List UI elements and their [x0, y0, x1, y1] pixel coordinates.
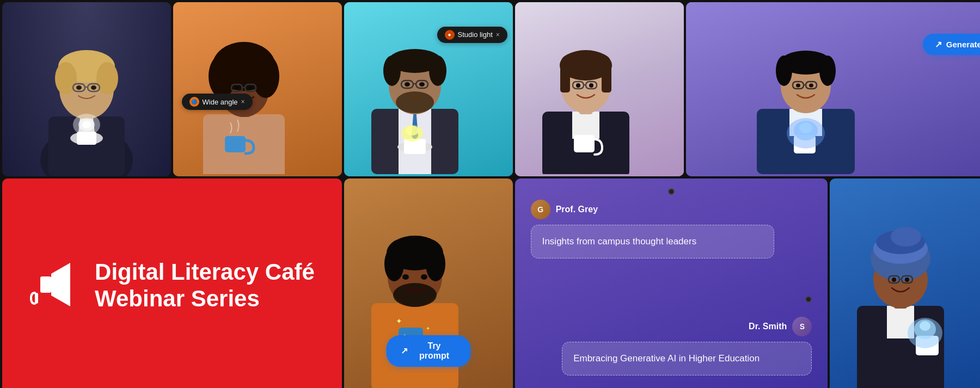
svg-point-68: [776, 56, 792, 86]
svg-point-37: [383, 56, 401, 86]
svg-point-111: [920, 321, 930, 331]
person-silhouette-last: [830, 189, 971, 388]
cell-person-5: ↗ Generate: [686, 2, 980, 176]
svg-point-89: [402, 274, 409, 280]
chat-bubble-2: Dr. Smith S Embracing Generative AI in H…: [562, 317, 812, 375]
megaphone-icon: [29, 260, 78, 311]
dr-smith-name: Dr. Smith: [749, 322, 787, 331]
svg-marker-80: [51, 263, 70, 306]
purple-chat-cell: G Prof. Grey Insights from campus though…: [515, 178, 828, 388]
try-prompt-button[interactable]: ↗ Try prompt: [387, 335, 471, 367]
chip-close[interactable]: ×: [241, 98, 245, 106]
red-webinar-cell: Digital Literacy Café Webinar Series: [2, 178, 342, 388]
prof-grey-message-bubble: Insights from campus thought leaders: [531, 225, 775, 258]
svg-point-28: [235, 85, 239, 90]
person-silhouette-1: [16, 19, 157, 176]
try-prompt-label: Try prompt: [412, 341, 457, 361]
wide-angle-chip[interactable]: 🔵 Wide angle ×: [182, 94, 253, 110]
chip-label: Studio light: [458, 30, 493, 39]
light-icon: ●: [445, 30, 455, 40]
prof-grey-message: Insights from campus thought leaders: [542, 236, 696, 247]
svg-point-74: [809, 84, 813, 88]
svg-point-102: [891, 227, 921, 247]
cell-person-3: ● Studio light ×: [344, 2, 513, 176]
webinar-title-line1: Digital Literacy Café: [95, 259, 315, 285]
svg-point-78: [799, 122, 812, 133]
svg-rect-50: [572, 112, 599, 139]
chip-close[interactable]: ×: [496, 31, 500, 39]
svg-point-60: [576, 83, 580, 88]
svg-point-39: [396, 91, 434, 113]
svg-point-61: [589, 83, 593, 88]
svg-rect-62: [574, 135, 595, 152]
cell-person-last: [830, 178, 980, 388]
person-silhouette-4: [515, 16, 657, 174]
dr-smith-message-bubble: Embracing Generative AI in Higher Educat…: [562, 342, 812, 375]
svg-rect-54: [560, 65, 570, 93]
svg-rect-79: [40, 276, 51, 293]
prof-grey-name: Prof. Grey: [556, 205, 598, 214]
webinar-title-line2: Webinar Series: [95, 286, 315, 312]
svg-point-86: [384, 247, 404, 281]
svg-point-24: [217, 48, 271, 70]
svg-point-107: [905, 278, 909, 282]
svg-point-106: [892, 278, 896, 282]
svg-point-12: [91, 85, 96, 90]
svg-point-69: [819, 56, 836, 86]
svg-point-90: [421, 274, 427, 280]
svg-point-11: [76, 85, 82, 90]
chat-bubble-1: G Prof. Grey Insights from campus though…: [531, 200, 775, 258]
svg-point-87: [426, 247, 445, 281]
cell-person-4: [515, 2, 684, 176]
svg-point-17: [82, 121, 91, 128]
generate-label: Generate: [946, 40, 980, 49]
svg-point-73: [796, 84, 800, 88]
cell-person-1: [2, 2, 171, 176]
svg-text:✦: ✦: [396, 317, 402, 325]
svg-point-88: [393, 283, 437, 307]
generate-icon: ↗: [935, 39, 942, 50]
svg-point-48: [406, 126, 419, 136]
cell-person-center: ✦ ✦ ✦ ↗ Try prompt: [344, 178, 513, 388]
svg-rect-55: [602, 65, 611, 93]
person-silhouette-5: [686, 16, 926, 174]
svg-point-44: [419, 82, 425, 87]
svg-rect-81: [35, 293, 38, 304]
dot-indicator-right: [805, 296, 812, 303]
cell-person-2: 🔵 Wide angle ×: [173, 2, 342, 176]
main-grid: 🔵 Wide angle ×: [0, 0, 980, 388]
svg-point-56: [561, 51, 610, 71]
lens-icon: 🔵: [189, 97, 199, 107]
dr-smith-avatar: S: [792, 317, 812, 336]
svg-text:✦: ✦: [426, 325, 430, 331]
dr-smith-message: Embracing Generative AI in Higher Educat…: [573, 353, 759, 364]
prompt-icon: ↗: [401, 346, 408, 356]
svg-point-29: [248, 85, 253, 90]
dot-indicator-top: [668, 188, 675, 195]
svg-point-43: [405, 82, 410, 87]
chip-label: Wide angle: [203, 98, 238, 106]
svg-rect-30: [225, 136, 246, 152]
svg-point-38: [429, 56, 446, 86]
studio-light-chip[interactable]: ● Studio light ×: [437, 27, 507, 43]
prof-grey-avatar: G: [531, 200, 550, 219]
generate-button[interactable]: ↗ Generate: [923, 34, 980, 55]
